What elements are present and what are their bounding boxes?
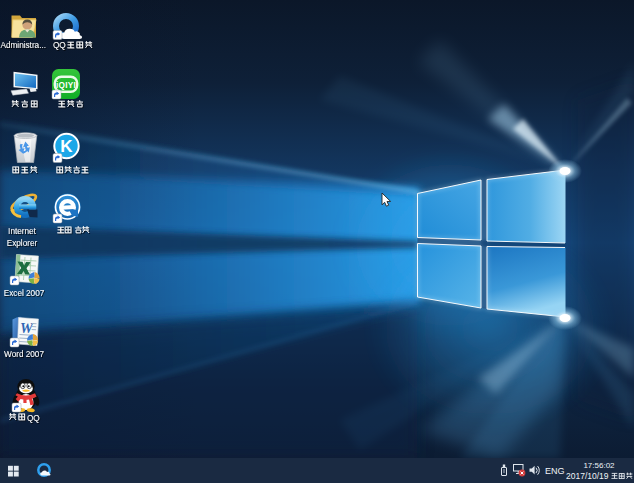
svg-text:iQIYI: iQIYI [56,81,76,90]
svg-text:17:56:02: 17:56:02 [583,461,615,470]
svg-text:Explorer: Explorer [7,239,38,248]
svg-text:W: W [20,320,34,336]
svg-text:QQ: QQ [27,414,40,423]
svg-text:QQ: QQ [53,41,66,50]
svg-text:Administra...: Administra... [1,41,47,50]
svg-text:2017/10/19: 2017/10/19 [566,471,609,481]
svg-text:K: K [60,137,73,156]
svg-text:ENG: ENG [545,466,565,476]
svg-text:Internet: Internet [8,227,36,236]
svg-text:Word 2007: Word 2007 [4,350,44,359]
svg-text:Excel 2007: Excel 2007 [4,289,45,298]
